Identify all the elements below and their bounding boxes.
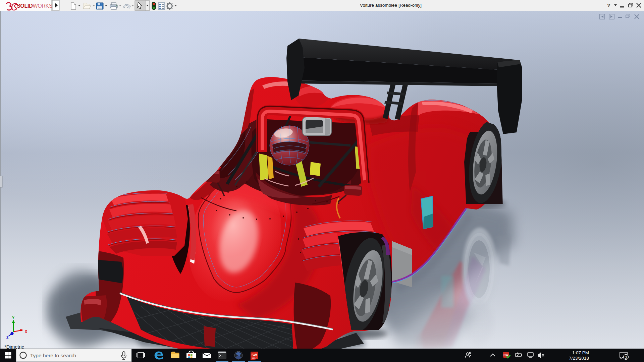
svg-text:SW: SW (503, 353, 508, 357)
svg-text:Z: Z (6, 336, 9, 340)
svg-text:2017: 2017 (252, 357, 257, 359)
svg-text:1:07 PM: 1:07 PM (572, 350, 589, 355)
svg-text:3: 3 (625, 355, 627, 359)
svg-text:Type here to search: Type here to search (30, 353, 76, 358)
svg-text:Voiture assomblee [Read-only]: Voiture assomblee [Read-only] (360, 3, 422, 8)
svg-text:SOLIDWORKS: SOLIDWORKS (17, 3, 52, 9)
svg-text:X: X (25, 329, 27, 334)
svg-text:Y: Y (12, 316, 14, 320)
svg-text:?: ? (607, 2, 610, 8)
svg-text:7/23/2018: 7/23/2018 (569, 356, 589, 361)
svg-text:*Dimetric: *Dimetric (4, 344, 24, 349)
